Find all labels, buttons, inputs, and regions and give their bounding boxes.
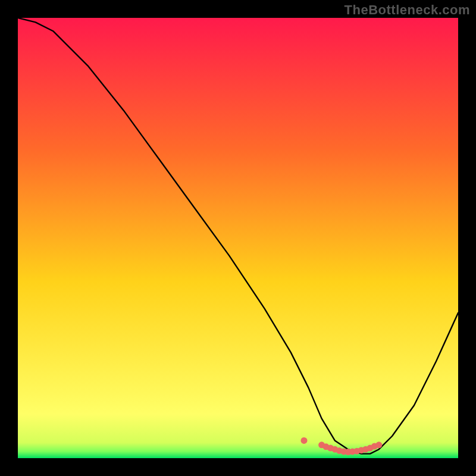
highlight-marker [375, 441, 382, 448]
chart-svg [18, 18, 458, 458]
watermark-text: TheBottleneck.com [345, 2, 470, 18]
highlight-marker [301, 437, 308, 444]
svg-rect-0 [18, 18, 458, 458]
chart-container: TheBottleneck.com [0, 0, 476, 476]
plot-area [18, 18, 458, 458]
